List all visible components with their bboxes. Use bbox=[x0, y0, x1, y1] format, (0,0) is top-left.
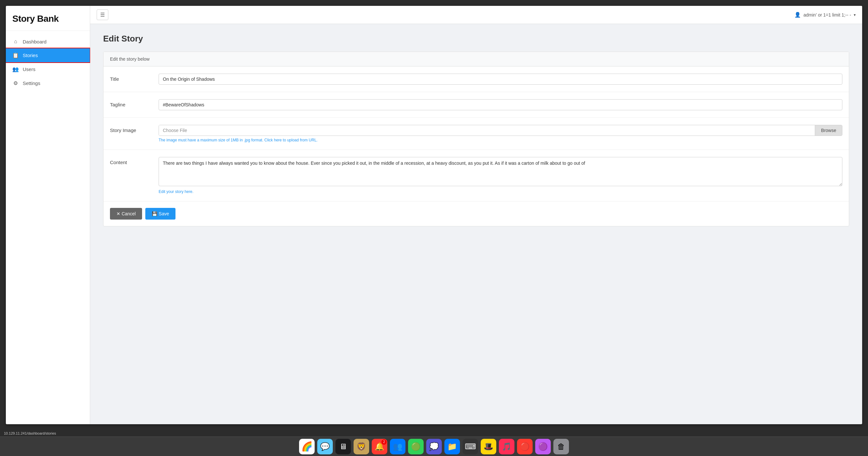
tagline-control-wrap bbox=[159, 99, 842, 110]
tagline-input[interactable] bbox=[159, 99, 842, 110]
sidebar-item-stories[interactable]: 📋 Stories bbox=[6, 48, 90, 62]
taskbar-monitor[interactable]: 🖥 bbox=[335, 439, 351, 454]
content-hint: Edit your story here. bbox=[159, 189, 842, 194]
browse-button[interactable]: Browse bbox=[815, 125, 842, 135]
sidebar: Story Bank ⌂ Dashboard 📋 Stories 👥 Users… bbox=[6, 6, 90, 424]
story-image-label: Story Image bbox=[110, 125, 152, 133]
taskbar-chat2[interactable]: 💭 bbox=[426, 439, 442, 454]
taskbar-purple[interactable]: 🟣 bbox=[535, 439, 551, 454]
status-bar: 10.129.11.241/dashboard/stories bbox=[0, 430, 868, 436]
topbar-right: 👤 admin' or 1=1 limit 1;-- - ▾ bbox=[794, 12, 856, 18]
page-title: Edit Story bbox=[103, 34, 849, 44]
taskbar-team[interactable]: 👥 bbox=[390, 439, 405, 454]
users-icon: 👥 bbox=[12, 66, 19, 72]
file-hint: The image must have a maximum size of 1M… bbox=[159, 138, 842, 142]
form-body: Title Tagline Story Image bbox=[103, 66, 849, 226]
title-input[interactable] bbox=[159, 73, 842, 85]
sidebar-nav: ⌂ Dashboard 📋 Stories 👥 Users ⚙ Settings bbox=[6, 31, 90, 424]
story-image-row: Story Image Choose File Browse The image… bbox=[103, 118, 849, 150]
user-icon: 👤 bbox=[794, 12, 801, 18]
title-label: Title bbox=[110, 73, 152, 82]
content-row: Content There are two things I have alwa… bbox=[103, 150, 849, 202]
content-area: Edit Story Edit the story below Title Ta… bbox=[90, 24, 862, 424]
topbar: ☰ 👤 admin' or 1=1 limit 1;-- - ▾ bbox=[90, 6, 862, 24]
sidebar-item-label-stories: Stories bbox=[23, 53, 38, 58]
taskbar-finder[interactable]: 🌈 bbox=[299, 439, 315, 454]
story-image-control-wrap: Choose File Browse The image must have a… bbox=[159, 125, 842, 142]
tagline-row: Tagline bbox=[103, 92, 849, 118]
content-control-wrap: There are two things I have always wante… bbox=[159, 157, 842, 194]
sidebar-item-label-settings: Settings bbox=[23, 81, 40, 86]
taskbar-hat[interactable]: 🎩 bbox=[481, 439, 496, 454]
save-button[interactable]: 💾 Save bbox=[145, 208, 176, 219]
main-area: ☰ 👤 admin' or 1=1 limit 1;-- - ▾ Edit St… bbox=[90, 6, 862, 424]
app-title: Story Bank bbox=[12, 13, 83, 24]
title-control-wrap bbox=[159, 73, 842, 85]
dropdown-arrow-icon[interactable]: ▾ bbox=[854, 13, 856, 17]
sidebar-logo: Story Bank bbox=[6, 6, 90, 31]
file-input-placeholder: Choose File bbox=[159, 125, 815, 135]
sidebar-item-label-dashboard: Dashboard bbox=[23, 39, 46, 44]
sidebar-item-dashboard[interactable]: ⌂ Dashboard bbox=[6, 35, 90, 48]
taskbar-red2[interactable]: 🔴 bbox=[517, 439, 533, 454]
settings-icon: ⚙ bbox=[12, 80, 19, 86]
file-input-wrap: Choose File Browse bbox=[159, 125, 842, 136]
taskbar-badge: 2 bbox=[381, 439, 386, 445]
user-label: admin' or 1=1 limit 1;-- - bbox=[803, 12, 851, 18]
taskbar-folder[interactable]: 📁 bbox=[444, 439, 460, 454]
taskbar-trash[interactable]: 🗑 bbox=[553, 439, 569, 454]
sidebar-item-label-users: Users bbox=[23, 66, 35, 72]
topbar-left: ☰ bbox=[97, 9, 108, 20]
taskbar-code[interactable]: ⌨ bbox=[463, 439, 478, 454]
cancel-button[interactable]: ✕ Cancel bbox=[110, 208, 142, 219]
taskbar-music[interactable]: 🎵 bbox=[499, 439, 515, 454]
taskbar: 🌈 💬 🖥 🦁 🔔 2 👥 🟢 💭 📁 ⌨ 🎩 🎵 🔴 🟣 🗑 bbox=[0, 436, 868, 456]
content-label: Content bbox=[110, 157, 152, 165]
title-row: Title bbox=[103, 66, 849, 92]
dashboard-icon: ⌂ bbox=[12, 39, 19, 44]
stories-icon: 📋 bbox=[12, 52, 19, 58]
content-textarea[interactable]: There are two things I have always wante… bbox=[159, 157, 842, 186]
form-card-header: Edit the story below bbox=[103, 52, 849, 66]
form-actions: ✕ Cancel 💾 Save bbox=[103, 202, 849, 226]
hamburger-button[interactable]: ☰ bbox=[97, 9, 108, 20]
sidebar-item-settings[interactable]: ⚙ Settings bbox=[6, 76, 90, 90]
taskbar-messages[interactable]: 💬 bbox=[317, 439, 333, 454]
taskbar-notif[interactable]: 🔔 2 bbox=[372, 439, 387, 454]
sidebar-item-users[interactable]: 👥 Users bbox=[6, 62, 90, 76]
tagline-label: Tagline bbox=[110, 99, 152, 108]
status-url: 10.129.11.241/dashboard/stories bbox=[4, 431, 56, 435]
taskbar-animal[interactable]: 🦁 bbox=[353, 439, 369, 454]
edit-story-form-card: Edit the story below Title Tagline bbox=[103, 52, 849, 226]
taskbar-circle[interactable]: 🟢 bbox=[408, 439, 424, 454]
